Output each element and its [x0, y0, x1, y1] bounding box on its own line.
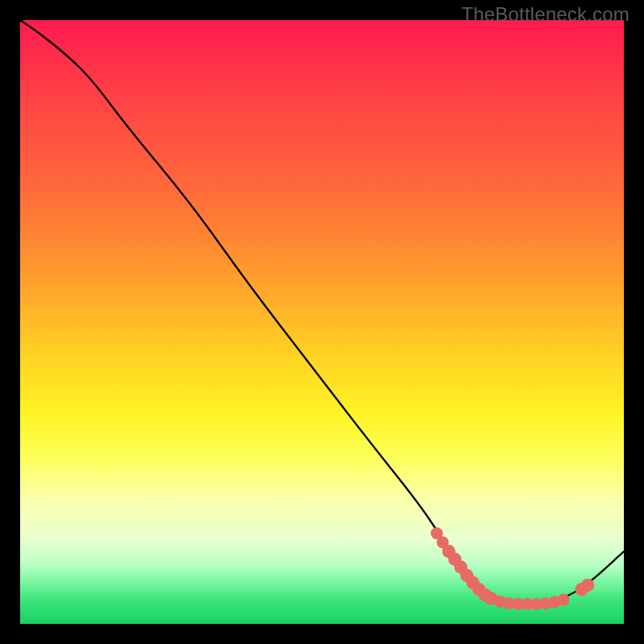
watermark-text: TheBottleneck.com [461, 3, 630, 26]
bottleneck-curve [20, 20, 624, 604]
plot-area [20, 20, 624, 624]
chart-frame: TheBottleneck.com [0, 0, 644, 644]
data-point [558, 594, 570, 606]
data-point [581, 579, 595, 592]
chart-overlay [20, 20, 624, 624]
data-markers [431, 527, 594, 610]
